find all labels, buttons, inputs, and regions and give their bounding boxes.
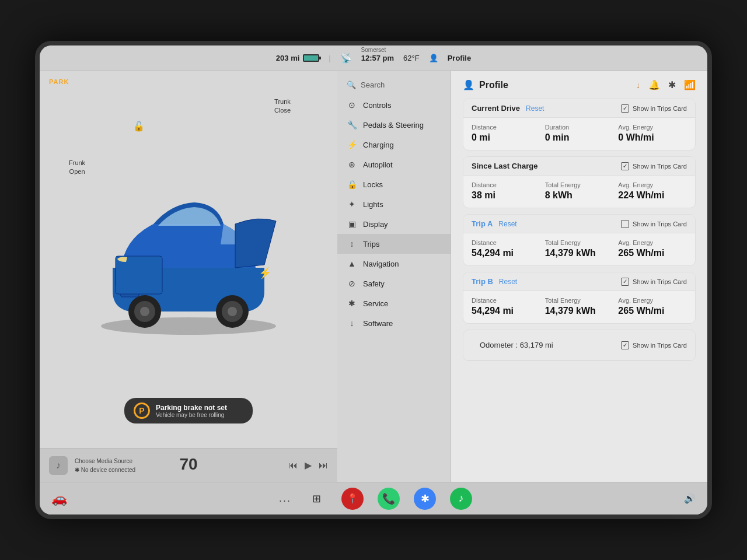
lights-icon: ✦ <box>347 200 357 209</box>
display-icon: ▣ <box>347 219 357 229</box>
trip-b-reset[interactable]: Reset <box>499 278 517 286</box>
bluetooth-icon[interactable]: ✱ <box>668 79 676 90</box>
pedals-label: Pedals & Steering <box>363 121 424 130</box>
download-icon[interactable]: ↓ <box>636 80 640 90</box>
trip-section-body-a: Distance 54,294 mi Total Energy 14,379 k… <box>463 233 695 265</box>
checkbox-current: ✓ <box>621 104 629 113</box>
service-label: Service <box>363 299 388 308</box>
mileage-display: 203 mi <box>276 54 299 62</box>
menu-item-service[interactable]: ✱ Service <box>337 293 451 313</box>
menu-item-autopilot[interactable]: ⊛ Autopilot <box>337 155 451 174</box>
play-icon[interactable]: ▶ <box>305 460 312 471</box>
show-in-trips-toggle-odometer[interactable]: ✓ Show in Trips Card <box>621 341 687 349</box>
screen-content: Somerset 203 mi | 📡 12:57 pm 62°F 👤 Prof… <box>40 46 707 514</box>
profile-title: Profile <box>479 80 508 90</box>
svg-text:⚡: ⚡ <box>259 267 272 279</box>
svg-point-4 <box>140 307 149 316</box>
trip-b-title: Trip B <box>472 277 493 286</box>
skip-back-icon[interactable]: ⏮ <box>288 460 298 471</box>
show-in-trips-toggle-a[interactable]: Show in Trips Card <box>621 220 687 228</box>
signal-icon[interactable]: 📶 <box>684 79 696 90</box>
menu-item-navigation[interactable]: ▲ Navigation <box>337 254 451 274</box>
menu-item-display[interactable]: ▣ Display <box>337 214 451 234</box>
trips-label: Trips <box>363 240 379 249</box>
odometer-section: Odometer : 63,179 mi ✓ Show in Trips Car… <box>463 330 696 361</box>
show-in-trips-toggle-charge[interactable]: ✓ Show in Trips Card <box>621 162 687 170</box>
software-label: Software <box>363 319 393 328</box>
left-panel: PARK Trunk Close Frunk Open 🔓 <box>40 71 337 482</box>
show-in-trips-toggle-b[interactable]: ✓ Show in Trips Card <box>621 278 687 286</box>
map-pin-icon: 📍 <box>347 493 358 504</box>
stat-b-avg-energy: Avg. Energy 265 Wh/mi <box>618 297 687 316</box>
taskbar-bluetooth-icon[interactable]: ✱ <box>414 488 436 510</box>
parking-p-icon: P <box>134 402 150 419</box>
time-display: 12:57 pm <box>361 54 394 62</box>
media-info: Choose Media Source ✱ No device connecte… <box>75 457 281 474</box>
controls-label: Controls <box>363 101 391 110</box>
menu-item-locks[interactable]: 🔒 Locks <box>337 174 451 194</box>
status-bar: Somerset 203 mi | 📡 12:57 pm 62°F 👤 Prof… <box>40 46 707 71</box>
trip-section-header-b: Trip B Reset ✓ Show in Trips Card <box>463 272 695 291</box>
parking-text: Parking brake not set Vehicle may be fre… <box>156 404 227 418</box>
checkbox-a <box>621 220 629 228</box>
bell-icon[interactable]: 🔔 <box>648 79 660 90</box>
trip-section-body-current: Distance 0 mi Duration 0 min Avg. Energy… <box>463 118 695 150</box>
menu-item-charging[interactable]: ⚡ Charging <box>337 135 451 155</box>
taskbar-dots[interactable]: ... <box>279 492 291 505</box>
display-label: Display <box>363 220 388 229</box>
navigation-icon: ▲ <box>347 259 357 268</box>
trip-a-title: Trip A <box>472 219 493 228</box>
current-drive-title: Current Drive <box>472 104 520 113</box>
trip-section-header-a: Trip A Reset Show in Trips Card <box>463 215 695 233</box>
volume-icon[interactable]: 🔊 <box>684 493 696 504</box>
checkbox-odometer: ✓ <box>621 341 629 349</box>
charging-label: Charging <box>363 141 394 149</box>
menu-item-pedals[interactable]: 🔧 Pedals & Steering <box>337 115 451 135</box>
taskbar-phone-icon[interactable]: 📞 <box>378 488 400 510</box>
stat-b-energy: Total Energy 14,379 kWh <box>545 297 614 316</box>
search-bar[interactable]: 🔍 Search <box>337 76 451 95</box>
menu-item-lights[interactable]: ✦ Lights <box>337 194 451 214</box>
odometer-value: Odometer : 63,179 mi <box>472 335 561 355</box>
wifi-icon: 📡 <box>340 52 352 64</box>
show-in-trips-label-a: Show in Trips Card <box>633 220 687 228</box>
taskbar-home-icon[interactable]: ⊞ <box>305 488 327 510</box>
trip-a-reset[interactable]: Reset <box>498 220 516 228</box>
trip-section-since-last-charge: Since Last Charge ✓ Show in Trips Card D… <box>463 156 696 208</box>
trip-section-current-drive: Current Drive Reset ✓ Show in Trips Card… <box>463 99 696 150</box>
safety-icon: ⊘ <box>347 279 357 288</box>
frunk-label: Frunk Open <box>69 159 85 177</box>
trips-panel: 👤 Profile ↓ 🔔 ✱ 📶 <box>451 71 707 482</box>
autopilot-icon: ⊛ <box>347 160 357 169</box>
safety-label: Safety <box>363 279 385 288</box>
show-in-trips-toggle-current[interactable]: ✓ Show in Trips Card <box>621 104 687 113</box>
taskbar: 🚗 ... ⊞ 📍 📞 ✱ ♪ 🔊 <box>40 482 707 514</box>
taskbar-spotify-icon[interactable]: ♪ <box>450 488 472 510</box>
pedals-icon: 🔧 <box>347 120 357 130</box>
software-icon: ↓ <box>347 318 357 328</box>
menu-item-trips[interactable]: ↕ Trips <box>337 234 451 254</box>
current-drive-reset[interactable]: Reset <box>526 104 544 113</box>
autopilot-label: Autopilot <box>363 160 393 169</box>
stat-charge-avg-energy: Avg. Energy 224 Wh/mi <box>618 181 687 201</box>
show-in-trips-label-b: Show in Trips Card <box>633 278 687 285</box>
car-taskbar-icon[interactable]: 🚗 <box>51 491 67 506</box>
menu-item-safety[interactable]: ⊘ Safety <box>337 274 451 293</box>
lights-label: Lights <box>363 200 383 209</box>
trunk-label: Trunk Close <box>274 97 291 116</box>
trips-title: 👤 Profile <box>463 79 508 90</box>
search-label: Search <box>361 80 385 89</box>
stat-current-energy: Avg. Energy 0 Wh/mi <box>618 124 687 143</box>
media-controls: ⏮ ▶ ⏭ <box>288 460 328 471</box>
menu-item-controls[interactable]: ⊙ Controls <box>337 95 451 115</box>
taskbar-map-icon[interactable]: 📍 <box>341 488 364 510</box>
trips-icon: ↕ <box>347 239 357 249</box>
skip-forward-icon[interactable]: ⏭ <box>319 460 328 471</box>
car-image: ⚡ <box>78 174 299 338</box>
main-area: PARK Trunk Close Frunk Open 🔓 <box>40 71 707 482</box>
menu-sidebar: 🔍 Search ⊙ Controls 🔧 Pedals & Steering … <box>337 71 451 482</box>
show-in-trips-label-odometer: Show in Trips Card <box>633 342 687 349</box>
menu-item-software[interactable]: ↓ Software <box>337 313 451 333</box>
trip-section-trip-b: Trip B Reset ✓ Show in Trips Card Distan… <box>463 272 696 324</box>
profile-label: Profile <box>448 54 471 62</box>
